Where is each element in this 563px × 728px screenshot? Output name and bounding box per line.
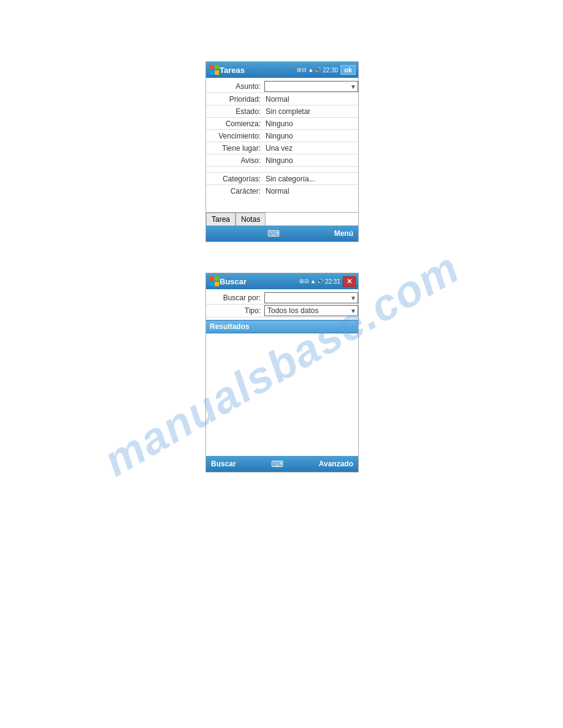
buscar-title: Buscar xyxy=(220,277,299,286)
antenna-icon: ▲ xyxy=(308,67,313,73)
tareas-status-icons: ⊞⊟ ▲ 🔊 22:30 xyxy=(297,67,338,74)
tareas-screen: Tareas ⊞⊟ ▲ 🔊 22:30 ok Asunto: ▼ Priorid… xyxy=(205,61,359,242)
tareas-title-bar: Tareas ⊞⊟ ▲ 🔊 22:30 ok xyxy=(206,62,358,78)
asunto-input-box[interactable]: ▼ xyxy=(264,81,358,92)
tareas-form: Asunto: ▼ Prioridad: Normal Estado: Sin … xyxy=(206,78,358,200)
buscar-clock-time: 22:31 xyxy=(325,278,340,285)
categorias-label: Categorías: xyxy=(206,175,264,183)
avanzado-button[interactable]: Avanzado xyxy=(319,460,353,468)
tieneLugar-value: Una vez xyxy=(264,144,358,153)
caracter-row: Carácter: Normal xyxy=(206,185,358,197)
tipo-select-box[interactable]: Todos los datos ▼ xyxy=(264,305,358,316)
buscar-keyboard-icon[interactable]: ⌨ xyxy=(271,459,283,469)
tareas-toolbar: . ⌨ Menú xyxy=(206,226,358,241)
buscar-antenna-icon: ▲ xyxy=(310,278,316,284)
spacer-1 xyxy=(206,167,358,173)
buscar-screen: Buscar ⊞⊟ ▲ 🔊 22:31 ✕ Buscar por: ▼ Tipo… xyxy=(205,273,359,472)
results-header: Resultados xyxy=(206,320,358,333)
caracter-value: Normal xyxy=(264,187,358,195)
close-button[interactable]: ✕ xyxy=(343,276,356,287)
svg-rect-0 xyxy=(209,65,213,69)
vencimiento-row: Vencimiento: Ninguno xyxy=(206,130,358,142)
buscarPor-label: Buscar por: xyxy=(206,294,264,302)
buscarPor-row: Buscar por: ▼ xyxy=(206,292,358,305)
tieneLugar-row: Tiene lugar: Una vez xyxy=(206,142,358,154)
tareas-title: Tareas xyxy=(220,66,297,75)
svg-rect-4 xyxy=(209,276,213,281)
keyboard-icon[interactable]: ⌨ xyxy=(267,229,280,238)
buscar-form: Buscar por: ▼ Tipo: Todos los datos ▼ xyxy=(206,289,358,320)
aviso-value: Ninguno xyxy=(264,156,358,165)
prioridad-label: Prioridad: xyxy=(206,95,264,104)
windows-logo-icon xyxy=(209,64,220,75)
svg-rect-1 xyxy=(215,65,219,69)
screen-container: Tareas ⊞⊟ ▲ 🔊 22:30 ok Asunto: ▼ Priorid… xyxy=(205,61,359,472)
results-area xyxy=(206,333,358,456)
aviso-row: Aviso: Ninguno xyxy=(206,154,358,167)
middle-spacer xyxy=(206,200,358,210)
tipo-label: Tipo: xyxy=(206,306,264,315)
asunto-row: Asunto: ▼ xyxy=(206,80,358,93)
svg-rect-3 xyxy=(215,70,219,75)
caracter-label: Carácter: xyxy=(206,187,264,195)
buscar-button[interactable]: Buscar xyxy=(211,460,236,468)
categorias-value: Sin categoría... xyxy=(264,175,358,183)
prioridad-row: Prioridad: Normal xyxy=(206,93,358,105)
tipo-value: Todos los datos xyxy=(266,306,356,315)
buscarPor-input[interactable] xyxy=(266,294,356,302)
buscar-signal-icon: ⊞⊟ xyxy=(299,278,309,284)
vencimiento-label: Vencimiento: xyxy=(206,132,264,140)
svg-rect-7 xyxy=(215,282,219,286)
categorias-row: Categorías: Sin categoría... xyxy=(206,173,358,185)
svg-rect-2 xyxy=(209,70,213,75)
menu-button[interactable]: Menú xyxy=(334,229,353,238)
comienza-value: Ninguno xyxy=(264,119,358,128)
tareas-tabs: Tarea Notas xyxy=(206,212,358,226)
tab-tarea[interactable]: Tarea xyxy=(206,213,236,226)
buscar-toolbar: Buscar ⌨ Avanzado xyxy=(206,456,358,472)
prioridad-value: Normal xyxy=(264,95,358,104)
tieneLugar-label: Tiene lugar: xyxy=(206,144,264,153)
ok-button[interactable]: ok xyxy=(340,65,356,75)
buscar-title-bar: Buscar ⊞⊟ ▲ 🔊 22:31 ✕ xyxy=(206,273,358,289)
buscarPor-input-box[interactable]: ▼ xyxy=(264,292,358,303)
svg-rect-6 xyxy=(209,282,213,286)
buscar-volume-icon: 🔊 xyxy=(317,278,324,284)
buscarPor-dropdown-arrow-icon[interactable]: ▼ xyxy=(350,295,356,301)
comienza-label: Comienza: xyxy=(206,119,264,128)
tab-notas-label: Notas xyxy=(241,215,260,224)
estado-label: Estado: xyxy=(206,107,264,116)
svg-rect-5 xyxy=(215,276,219,281)
comienza-row: Comienza: Ninguno xyxy=(206,118,358,130)
aviso-label: Aviso: xyxy=(206,156,264,165)
vencimiento-value: Ninguno xyxy=(264,132,358,140)
asunto-label: Asunto: xyxy=(206,82,264,91)
estado-row: Estado: Sin completar xyxy=(206,105,358,118)
volume-icon: 🔊 xyxy=(315,67,321,73)
asunto-dropdown-arrow-icon[interactable]: ▼ xyxy=(350,83,356,90)
buscar-status-icons: ⊞⊟ ▲ 🔊 22:31 xyxy=(299,278,340,285)
windows-logo-icon-2 xyxy=(209,276,220,287)
asunto-input[interactable] xyxy=(266,82,356,91)
clock-time: 22:30 xyxy=(323,67,338,74)
estado-value: Sin completar xyxy=(264,107,358,116)
tab-tarea-label: Tarea xyxy=(212,215,230,224)
signal-icon: ⊞⊟ xyxy=(297,67,307,73)
tipo-dropdown-arrow-icon[interactable]: ▼ xyxy=(350,308,356,314)
tab-notas[interactable]: Notas xyxy=(236,213,266,226)
tipo-row: Tipo: Todos los datos ▼ xyxy=(206,305,358,317)
